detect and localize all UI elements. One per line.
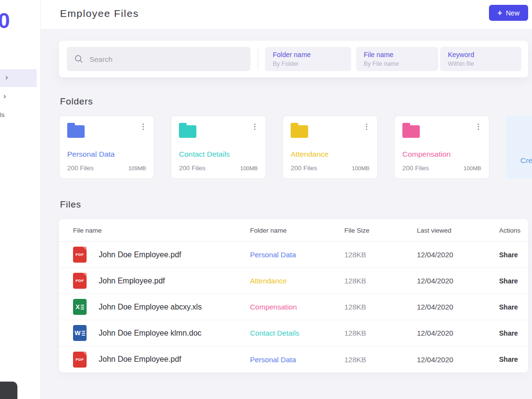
folder-card[interactable]: ⋮ Compensation 200 Files 100MB — [394, 116, 489, 179]
sidebar-item-label[interactable]: ls — [0, 111, 4, 118]
folder-card-meta: 200 Files 100MB — [179, 164, 258, 172]
file-folder-link[interactable]: Attendance — [250, 277, 344, 285]
folder-card-name: Compensation — [402, 150, 451, 159]
file-name: John Doe Employee abcxy.xls — [99, 303, 202, 311]
table-header-row: File name Folder name File Size Last vie… — [59, 219, 528, 242]
file-type-icon: X — [73, 299, 87, 315]
file-name: John Doe Employee.pdf — [99, 251, 181, 259]
file-size: 128KB — [344, 251, 417, 259]
file-folder-link[interactable]: Personal Data — [250, 355, 344, 364]
table-row[interactable]: PDF John Doe Employee.pdf Personal Data … — [59, 242, 528, 268]
files-table: File name Folder name File Size Last vie… — [59, 219, 528, 372]
kebab-menu-icon[interactable]: ⋮ — [251, 123, 259, 131]
column-header-file-size: File Size — [344, 227, 417, 234]
folder-card-name: Contact Details — [179, 150, 230, 159]
kebab-menu-icon[interactable]: ⋮ — [474, 123, 482, 131]
folder-icon — [291, 125, 308, 138]
folder-card[interactable]: ⋮ Contact Details 200 Files 100MB — [171, 116, 266, 179]
folder-card-file-count: 200 Files — [402, 164, 429, 172]
kebab-menu-icon[interactable]: ⋮ — [139, 123, 147, 131]
plus-icon: + — [498, 9, 502, 17]
create-folder-card[interactable]: Cre — [506, 116, 532, 179]
filter-keyword[interactable]: Keyword Within file — [440, 47, 521, 71]
column-header-last-viewed: Last viewed — [417, 227, 499, 234]
table-row[interactable]: X John Doe Employee abcxy.xls Compensati… — [59, 294, 528, 320]
table-row[interactable]: PDF John Employee.pdf Attendance 128KB 1… — [59, 268, 528, 294]
logo: 0 — [0, 9, 10, 33]
folder-icon — [67, 125, 85, 138]
file-type-icon: PDF — [73, 247, 87, 263]
file-size: 128KB — [344, 277, 417, 285]
file-size: 128KB — [344, 329, 417, 337]
search-filter-card: Search Folder name By Folder File name B… — [59, 41, 528, 77]
folder-card-size: 100MB — [240, 165, 258, 171]
folder-card[interactable]: ⋮ Attendance 200 Files 100MB — [282, 116, 378, 179]
column-header-folder-name: Folder name — [250, 227, 344, 234]
file-name: John Doe Employee klmn.doc — [99, 329, 202, 338]
sidebar-bottom-chip[interactable] — [0, 382, 17, 399]
new-button-label: New — [506, 9, 519, 17]
folder-card-name: Attendance — [291, 150, 328, 159]
folder-card-file-count: 200 Files — [67, 164, 94, 172]
file-size: 128KB — [344, 303, 417, 311]
column-header-file-name: File name — [73, 227, 250, 234]
kebab-menu-icon[interactable]: ⋮ — [363, 123, 370, 131]
file-last-viewed: 12/04/2020 — [417, 251, 499, 259]
file-type-icon: PDF — [73, 273, 87, 289]
file-name-cell: PDF John Doe Employee.pdf — [73, 247, 250, 263]
file-name: John Employee.pdf — [99, 277, 165, 285]
folder-card-row: ⋮ Personal Data 200 Files 109MB ⋮ Contac… — [59, 116, 532, 179]
folder-card-meta: 200 Files 100MB — [291, 164, 369, 172]
file-last-viewed: 12/04/2020 — [417, 303, 499, 311]
folder-card[interactable]: ⋮ Personal Data 200 Files 109MB — [59, 116, 154, 179]
file-name-cell: PDF John Doe Employee.pdf — [73, 352, 250, 368]
folder-card-file-count: 200 Files — [179, 164, 206, 172]
search-input[interactable]: Search — [67, 47, 251, 71]
chevron-right-icon[interactable]: › — [3, 92, 6, 100]
filter-hint: By Folder — [273, 60, 343, 67]
filter-hint: By File name — [364, 60, 430, 67]
filter-file-name[interactable]: File name By File name — [356, 47, 438, 71]
search-icon — [74, 55, 83, 63]
sidebar: 0 › › ls — [0, 0, 41, 399]
file-last-viewed: 12/04/2020 — [417, 277, 499, 285]
chevron-right-icon[interactable]: › — [5, 74, 8, 81]
file-last-viewed: 12/04/2020 — [417, 355, 499, 364]
table-row[interactable]: W John Doe Employee klmn.doc Contact Det… — [59, 320, 528, 346]
filter-label: Keyword — [448, 51, 514, 59]
search-placeholder: Search — [89, 55, 113, 63]
folder-card-meta: 200 Files 100MB — [402, 164, 481, 172]
file-last-viewed: 12/04/2020 — [417, 329, 499, 337]
page-title: Employee Files — [60, 8, 139, 19]
share-button[interactable]: Share — [499, 251, 524, 259]
divider — [258, 47, 258, 71]
file-name-cell: PDF John Employee.pdf — [73, 273, 250, 289]
file-size: 128KB — [344, 355, 417, 364]
file-folder-link[interactable]: Personal Data — [250, 251, 344, 259]
file-folder-link[interactable]: Contact Details — [250, 329, 344, 337]
file-type-icon: W — [73, 325, 87, 341]
share-button[interactable]: Share — [499, 303, 524, 311]
folder-icon — [179, 125, 196, 138]
files-heading: Files — [60, 199, 81, 210]
file-folder-link[interactable]: Compensation — [250, 303, 344, 311]
folder-card-size: 100MB — [464, 165, 481, 171]
new-button[interactable]: + New — [489, 5, 528, 21]
folder-card-meta: 200 Files 109MB — [67, 164, 146, 172]
topbar: Employee Files + New — [41, 0, 532, 30]
folder-icon — [402, 125, 420, 138]
share-button[interactable]: Share — [499, 355, 524, 363]
table-row[interactable]: PDF John Doe Employee.pdf Personal Data … — [59, 346, 528, 372]
filter-label: File name — [364, 51, 430, 59]
share-button[interactable]: Share — [499, 277, 524, 285]
filter-folder-name[interactable]: Folder name By Folder — [265, 47, 351, 71]
column-header-actions: Actions — [499, 227, 524, 234]
file-name-cell: W John Doe Employee klmn.doc — [73, 325, 250, 341]
share-button[interactable]: Share — [499, 329, 524, 337]
folder-card-size: 109MB — [129, 165, 146, 171]
file-name-cell: X John Doe Employee abcxy.xls — [73, 299, 250, 315]
folders-heading: Folders — [60, 96, 93, 107]
filter-label: Folder name — [273, 51, 343, 59]
folder-card-file-count: 200 Files — [291, 164, 317, 172]
file-name: John Doe Employee.pdf — [99, 355, 181, 364]
